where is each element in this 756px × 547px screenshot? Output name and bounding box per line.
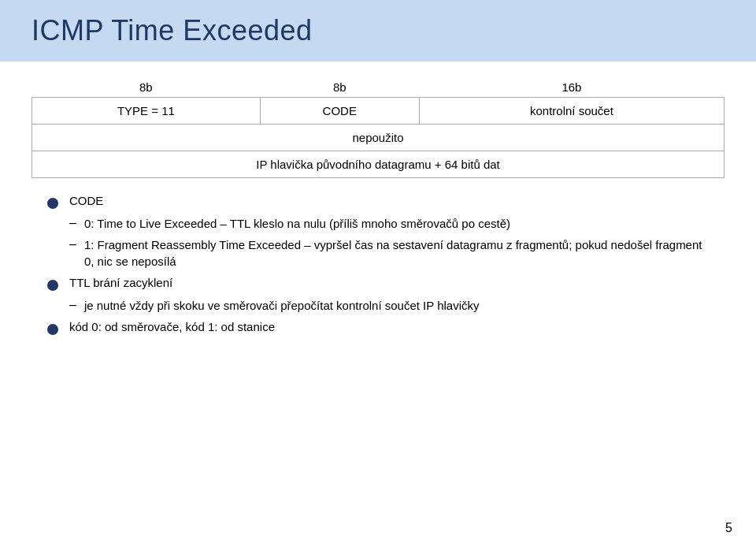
sub-bullet-code-1: – 1: Fragment Reassembly Time Exceeded –… xyxy=(69,236,709,270)
bullet-item-ttl: TTL brání zacyklení xyxy=(47,276,709,291)
bullet-item-kod: kód 0: od směrovače, kód 1: od stanice xyxy=(47,320,709,335)
cell-checksum: kontrolní součet xyxy=(419,98,724,125)
table-header-row: 8b 8b 16b xyxy=(32,77,724,98)
sub-bullet-ttl-0: – je nutné vždy při skoku ve směrovači p… xyxy=(69,297,709,314)
header-col-3: 16b xyxy=(419,77,724,98)
sub-text-code-0: 0: Time to Live Exceeded – TTL kleslo na… xyxy=(84,215,510,232)
sub-text-code-1: 1: Fragment Reassembly Time Exceeded – v… xyxy=(84,236,709,270)
table-row-3: IP hlavička původního datagramu + 64 bit… xyxy=(32,151,724,178)
bullet-dot-kod xyxy=(47,324,58,335)
bullet-label-ttl: TTL brání zacyklení xyxy=(69,276,172,289)
bullet-label-kod: kód 0: od směrovače, kód 1: od stanice xyxy=(69,320,275,333)
table-row-1: TYPE = 11 CODE kontrolní součet xyxy=(32,98,724,125)
sub-text-ttl-0: je nutné vždy při skoku ve směrovači pře… xyxy=(84,297,480,314)
header-col-2: 8b xyxy=(260,77,419,98)
page-number: 5 xyxy=(725,521,732,535)
bullet-item-code: CODE xyxy=(47,194,709,209)
dash-icon-2: – xyxy=(69,298,76,312)
cell-ip-header: IP hlavička původního datagramu + 64 bit… xyxy=(32,151,724,178)
dash-icon-0: – xyxy=(69,216,76,230)
slide-container: ICMP Time Exceeded 8b 8b 16b TYPE = 11 C… xyxy=(0,0,756,547)
bullet-dot-code xyxy=(47,198,58,209)
title-bar: ICMP Time Exceeded xyxy=(0,0,756,61)
header-col-1: 8b xyxy=(32,77,261,98)
bullet-label-code: CODE xyxy=(69,194,103,207)
cell-unused: nepoužito xyxy=(32,125,724,151)
sub-bullet-code-0: – 0: Time to Live Exceeded – TTL kleslo … xyxy=(69,215,709,232)
bullets-section: CODE – 0: Time to Live Exceeded – TTL kl… xyxy=(32,194,724,335)
table-row-2: nepoužito xyxy=(32,125,724,151)
cell-type: TYPE = 11 xyxy=(32,98,261,125)
dash-icon-1: – xyxy=(69,237,76,251)
cell-code: CODE xyxy=(260,98,419,125)
main-content: 8b 8b 16b TYPE = 11 CODE kontrolní souče… xyxy=(0,61,756,357)
packet-table: 8b 8b 16b TYPE = 11 CODE kontrolní souče… xyxy=(32,77,724,178)
slide-title: ICMP Time Exceeded xyxy=(32,14,312,47)
bullet-dot-ttl xyxy=(47,280,58,291)
